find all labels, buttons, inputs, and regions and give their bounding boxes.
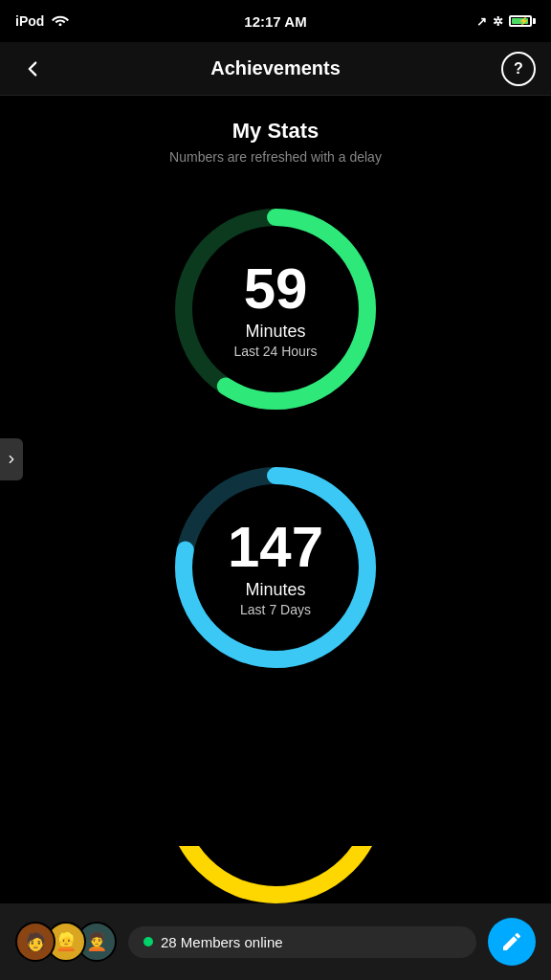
avatar-group: 🧑 👱 🧑‍🦱 (15, 922, 117, 962)
avatar-1: 🧑 (15, 922, 55, 962)
page-subtitle: Numbers are refreshed with a delay (169, 149, 382, 165)
bottom-bar: 🧑 👱 🧑‍🦱 28 Members online (0, 903, 551, 980)
circle-7d-value: 147 (228, 519, 323, 576)
status-bar: iPod 12:17 AM ↗ ✲ ⚡ (0, 0, 551, 42)
wifi-icon (52, 13, 69, 29)
location-icon: ↗ (476, 14, 487, 29)
nav-bar: Achievements ? (0, 42, 551, 96)
online-dot (143, 937, 153, 947)
online-status[interactable]: 28 Members online (128, 926, 476, 958)
side-arrow-button[interactable] (0, 438, 23, 480)
battery-indicator: ⚡ (509, 15, 536, 27)
circle-7d-sublabel: Last 7 Days (240, 602, 311, 617)
yellow-ring-preview (165, 846, 386, 903)
status-left: iPod (15, 13, 69, 29)
status-right: ↗ ✲ ⚡ (476, 14, 536, 29)
online-count-text: 28 Members online (161, 934, 283, 950)
circle-24h-inner: 59 Minutes Last 24 Hours (165, 199, 386, 419)
bluetooth-icon: ✲ (493, 14, 503, 29)
page-title: My Stats (232, 119, 319, 144)
nav-title: Achievements (210, 57, 341, 79)
main-content: My Stats Numbers are refreshed with a de… (0, 96, 551, 716)
help-button[interactable]: ? (501, 52, 536, 86)
circle-24h-label: Minutes (245, 322, 305, 342)
stats-circle-7d: 147 Minutes Last 7 Days (165, 457, 386, 678)
status-time: 12:17 AM (244, 13, 306, 30)
edit-fab-button[interactable] (488, 918, 536, 966)
back-button[interactable] (15, 52, 50, 86)
circle-7d-inner: 147 Minutes Last 7 Days (165, 457, 386, 678)
circle-24h-value: 59 (244, 260, 308, 318)
device-label: iPod (15, 13, 44, 29)
stats-circle-24h: 59 Minutes Last 24 Hours (165, 199, 386, 419)
circle-7d-label: Minutes (245, 580, 305, 600)
circle-24h-sublabel: Last 24 Hours (233, 344, 317, 359)
